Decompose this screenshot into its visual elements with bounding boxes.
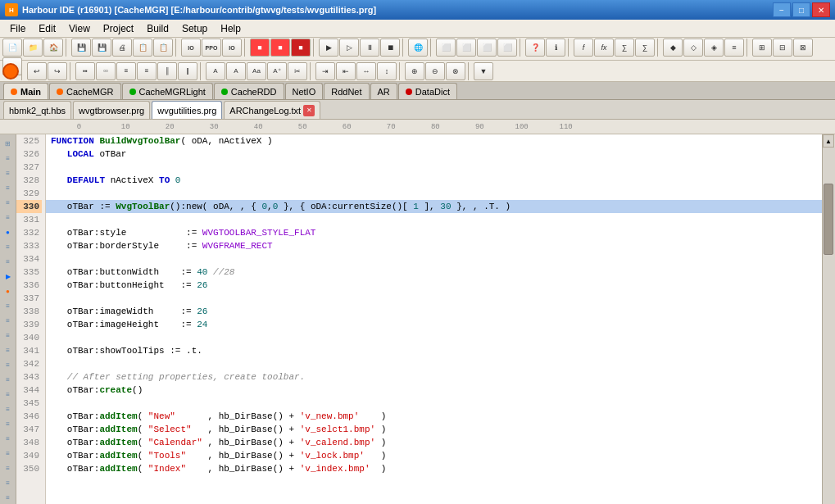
gutter-icon-21[interactable]: ≡ [2, 432, 15, 445]
gutter-icon-10[interactable]: ▶ [2, 270, 15, 283]
menu-help[interactable]: Help [214, 20, 247, 37]
tb-r10[interactable]: A⁺ [267, 62, 287, 80]
scroll-thumb[interactable] [824, 184, 833, 256]
wintab-cachemgrlight[interactable]: CacheMGRLight [122, 83, 213, 99]
menu-edit[interactable]: Edit [32, 20, 62, 37]
tb-win3[interactable]: ⬜ [477, 39, 497, 57]
menu-view[interactable]: View [62, 20, 97, 37]
gutter-icon-25[interactable]: ≡ [2, 491, 15, 504]
tb-nav1[interactable]: ▶ [319, 39, 338, 57]
gutter-icon-13[interactable]: ≡ [2, 314, 15, 327]
doctab-wvgutilities[interactable]: wvgutilities.prg [152, 101, 222, 119]
doctab-archangelog[interactable]: ARChangeLog.txt ✕ [224, 101, 320, 119]
tb-r7[interactable]: A [206, 62, 225, 80]
menu-build[interactable]: Build [140, 20, 175, 37]
tb-new[interactable]: 📄 [2, 39, 22, 57]
tb-r3[interactable]: ≡ [116, 62, 136, 80]
tb-r4[interactable]: ≡ [137, 62, 157, 80]
tb-fx3[interactable]: ∑ [615, 39, 634, 57]
tb-grid1[interactable]: ⊞ [752, 39, 772, 57]
gutter-icon-14[interactable]: ≡ [2, 329, 15, 342]
scroll-up-button[interactable]: ▲ [823, 134, 834, 148]
tb-red3[interactable]: ■ [291, 39, 311, 57]
tb-home[interactable]: 🏠 [43, 39, 63, 57]
tb-misc4[interactable]: ≡ [724, 39, 744, 57]
gutter-icon-5[interactable]: ≡ [2, 196, 15, 209]
tb-grid3[interactable]: ⊠ [793, 39, 813, 57]
gutter-icon-17[interactable]: ≡ [2, 373, 15, 386]
gutter-icon-11[interactable]: ● [2, 284, 15, 297]
tb-io1[interactable]: IO [181, 39, 201, 57]
tb-r9[interactable]: Aa [247, 62, 266, 80]
doctab-hbmk2[interactable]: hbmk2_qt.hbs [3, 101, 71, 119]
tb-fx2[interactable]: fx [594, 39, 614, 57]
code-editor[interactable]: FUNCTION BuildWvgToolBar( oDA, nActiveX … [46, 134, 822, 504]
gutter-icon-12[interactable]: ≡ [2, 299, 15, 312]
tb-undo[interactable]: ↩ [27, 62, 47, 80]
gutter-icon-7[interactable]: ● [2, 225, 15, 238]
wintab-netio[interactable]: NetIO [285, 83, 324, 99]
menu-project[interactable]: Project [97, 20, 140, 37]
vertical-scrollbar[interactable]: ▲ ▼ [822, 134, 835, 504]
doctab-close-archangelog[interactable]: ✕ [303, 105, 315, 116]
tb-r14[interactable]: ↔ [356, 62, 376, 80]
tb-r19[interactable]: ▼ [474, 62, 493, 80]
tb-io3[interactable]: IO [222, 39, 242, 57]
gutter-icon-18[interactable]: ≡ [2, 388, 15, 401]
tb-r11[interactable]: ✂ [288, 62, 307, 80]
tb-b2[interactable]: 📋 [153, 39, 173, 57]
tb-r2[interactable]: ▫▫ [96, 62, 116, 80]
doctab-wvgtbrowser[interactable]: wvgtbrowser.prg [73, 101, 150, 119]
gutter-icon-22[interactable]: ≡ [2, 447, 15, 460]
tb-redo[interactable]: ↪ [48, 62, 67, 80]
wintab-cachemgr[interactable]: CacheMGR [49, 83, 120, 99]
tb-circle-red[interactable] [2, 63, 19, 79]
tb-r1[interactable]: ▪▪ [75, 62, 95, 80]
wintab-ar[interactable]: AR [370, 83, 397, 99]
tb-r8[interactable]: A [226, 62, 246, 80]
tb-r17[interactable]: ⊖ [425, 62, 445, 80]
gutter-icon-3[interactable]: ≡ [2, 166, 15, 179]
tb-misc1[interactable]: ◆ [663, 39, 683, 57]
tb-nav3[interactable]: ⏸ [360, 39, 379, 57]
gutter-icon-8[interactable]: ≡ [2, 240, 15, 253]
gutter-icon-20[interactable]: ≡ [2, 417, 15, 430]
wintab-datadict[interactable]: DataDict [398, 83, 457, 99]
gutter-icon-2[interactable]: ≡ [2, 152, 15, 165]
tb-info[interactable]: ℹ [546, 39, 565, 57]
tb-save2[interactable]: 💾 [92, 39, 111, 57]
scroll-track[interactable] [823, 148, 835, 504]
gutter-icon-19[interactable]: ≡ [2, 402, 15, 415]
tb-r13[interactable]: ⇤ [336, 62, 356, 80]
tb-nav4[interactable]: ⏹ [380, 39, 400, 57]
tb-win2[interactable]: ⬜ [456, 39, 476, 57]
gutter-icon-24[interactable]: ≡ [2, 476, 15, 489]
tb-fx1[interactable]: f [574, 39, 593, 57]
tb-win4[interactable]: ⬜ [497, 39, 517, 57]
tb-help[interactable]: ❓ [525, 39, 545, 57]
tb-r16[interactable]: ⊕ [405, 62, 424, 80]
tb-print[interactable]: 🖨 [112, 39, 132, 57]
tb-fx4[interactable]: ∑ [635, 39, 655, 57]
gutter-icon-15[interactable]: ≡ [2, 343, 15, 356]
tb-net[interactable]: 🌐 [408, 39, 428, 57]
tb-red2[interactable]: ■ [270, 39, 290, 57]
tb-open[interactable]: 📁 [23, 39, 43, 57]
tb-io2[interactable]: PPO [202, 39, 221, 57]
tb-nav2[interactable]: ▷ [339, 39, 359, 57]
tb-red1[interactable]: ■ [250, 39, 270, 57]
gutter-icon-6[interactable]: ≡ [2, 211, 15, 224]
gutter-icon-1[interactable]: ⊞ [2, 137, 15, 150]
tb-b1[interactable]: 📋 [133, 39, 152, 57]
gutter-icon-9[interactable]: ≡ [2, 255, 15, 268]
tb-r6[interactable]: ‖ [178, 62, 197, 80]
gutter-icon-23[interactable]: ≡ [2, 461, 15, 474]
menu-setup[interactable]: Setup [175, 20, 214, 37]
tb-r5[interactable]: ║ [157, 62, 177, 80]
tb-save[interactable]: 💾 [71, 39, 91, 57]
tb-misc3[interactable]: ◈ [704, 39, 724, 57]
tb-r15[interactable]: ↕ [377, 62, 397, 80]
menu-file[interactable]: File [3, 20, 32, 37]
maximize-button[interactable]: □ [792, 2, 810, 17]
gutter-icon-4[interactable]: ≡ [2, 181, 15, 194]
